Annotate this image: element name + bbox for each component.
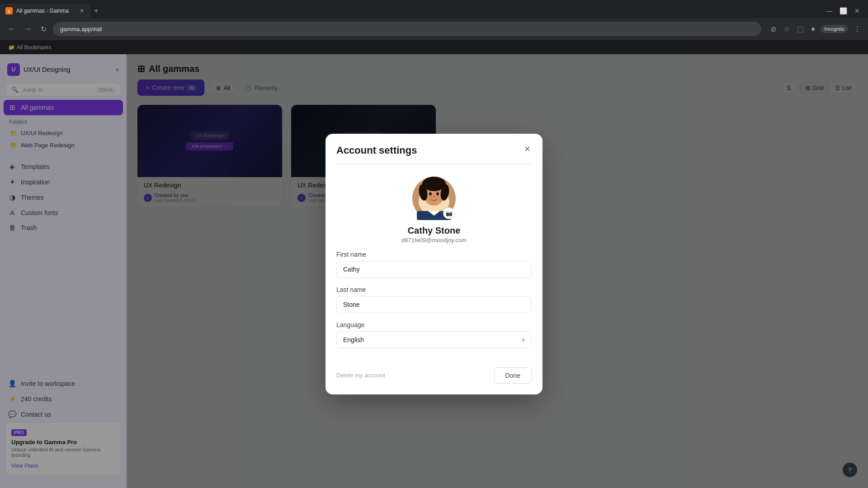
language-label: Language — [336, 321, 532, 328]
more-menu-icon[interactable]: ⋮ — [852, 23, 863, 35]
url-input[interactable] — [53, 22, 761, 36]
user-display-name: Cathy Stone — [408, 225, 461, 236]
delete-account-button[interactable]: Delete my account — [336, 372, 385, 379]
modal-overlay: Account settings ✕ — [0, 40, 868, 488]
last-name-field: Last name — [336, 286, 532, 313]
tab-favicon: γ — [5, 7, 13, 14]
camera-off-icon: ⊘ — [769, 23, 778, 35]
incognito-badge: Incognito — [821, 25, 848, 33]
first-name-label: First name — [336, 251, 532, 258]
modal-body: 📷 Cathy Stone d871fe09@moodjoy.com First… — [326, 171, 542, 367]
last-name-input[interactable] — [336, 296, 532, 313]
back-button[interactable]: ← — [5, 23, 18, 35]
tab-close-window-button[interactable]: ✕ — [852, 6, 863, 15]
done-button[interactable]: Done — [494, 367, 532, 384]
account-icon[interactable]: ● — [809, 23, 817, 35]
account-settings-modal: Account settings ✕ — [326, 134, 542, 394]
last-name-label: Last name — [336, 286, 532, 293]
reload-button[interactable]: ↻ — [38, 23, 49, 35]
modal-close-button[interactable]: ✕ — [521, 143, 533, 155]
language-field: Language English Spanish French German J… — [336, 321, 532, 348]
svg-point-6 — [433, 195, 435, 197]
modal-footer: Delete my account Done — [326, 367, 542, 394]
svg-point-4 — [429, 192, 432, 195]
tab-title: All gammas - Gamma — [16, 8, 75, 14]
tab-close-button[interactable]: ✕ — [79, 7, 85, 15]
first-name-input[interactable] — [336, 261, 532, 278]
forward-button[interactable]: → — [22, 23, 34, 35]
tab-maximize-button[interactable]: ⬜ — [837, 6, 850, 15]
modal-header: Account settings ✕ — [326, 134, 542, 164]
avatar-container: 📷 — [412, 177, 456, 220]
active-tab[interactable]: γ All gammas - Gamma ✕ — [0, 4, 90, 18]
language-select-wrapper: English Spanish French German Japanese C… — [336, 331, 532, 348]
new-tab-button[interactable]: + — [90, 5, 102, 17]
svg-point-5 — [436, 192, 439, 195]
modal-title: Account settings — [336, 145, 532, 156]
user-email: d871fe09@moodjoy.com — [401, 237, 467, 244]
modal-divider — [336, 164, 532, 164]
bookmark-icon[interactable]: ☆ — [782, 23, 792, 35]
extension-icon: ⬚ — [795, 23, 806, 35]
avatar-section: 📷 Cathy Stone d871fe09@moodjoy.com — [336, 171, 532, 251]
first-name-field: First name — [336, 251, 532, 278]
language-select[interactable]: English Spanish French German Japanese C… — [336, 331, 532, 348]
svg-point-9 — [422, 177, 446, 191]
tab-minimize-button[interactable]: — — [823, 6, 835, 15]
avatar-camera-button[interactable]: 📷 — [443, 207, 455, 219]
